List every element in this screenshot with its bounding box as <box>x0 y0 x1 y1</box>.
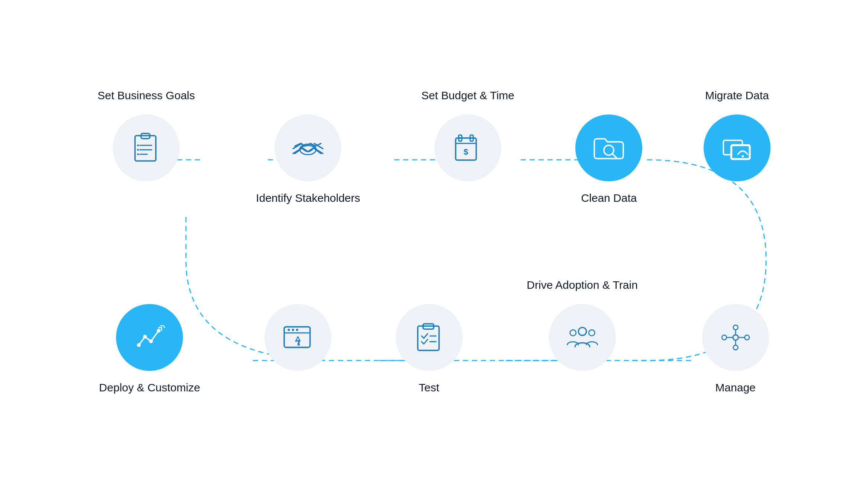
label-test: Test <box>419 381 439 396</box>
handshake-icon <box>291 131 325 165</box>
step-clean-data: Clean Data <box>575 89 642 207</box>
circle-set-business-goals <box>113 114 180 181</box>
label-set-business-goals: Set Business Goals <box>97 89 195 104</box>
svg-point-47 <box>733 325 738 330</box>
svg-line-25 <box>613 153 617 158</box>
step-set-budget-time: Set Budget & Time $ <box>421 89 514 181</box>
svg-point-31 <box>143 335 147 339</box>
step-set-business-goals: Set Business Goals <box>97 89 195 181</box>
network-icon <box>719 321 752 354</box>
svg-point-30 <box>137 343 141 347</box>
svg-point-53 <box>745 335 749 340</box>
step-test: Test <box>396 279 463 396</box>
circle-deploy-analytics <box>116 304 183 371</box>
svg-point-38 <box>296 329 298 331</box>
circle-clean-data <box>575 114 642 181</box>
budget-icon: $ <box>451 131 485 165</box>
svg-point-32 <box>149 339 153 343</box>
circle-browser <box>264 304 331 371</box>
analytics-icon <box>133 321 166 354</box>
label-clean-data: Clean Data <box>581 192 637 207</box>
checklist-icon <box>412 321 446 354</box>
svg-point-43 <box>578 327 586 336</box>
migrate-icon <box>720 131 754 165</box>
label-identify-stakeholders: Identify Stakeholders <box>256 192 360 207</box>
svg-point-33 <box>157 329 161 332</box>
svg-point-44 <box>570 330 576 336</box>
step-identify-stakeholders: Identify Stakeholders <box>256 89 360 207</box>
svg-point-29 <box>742 155 744 157</box>
svg-point-37 <box>292 329 294 331</box>
clipboard-icon <box>129 131 163 165</box>
circle-set-budget-time: $ <box>434 114 501 181</box>
circle-identify-stakeholders <box>274 114 341 181</box>
circle-network <box>702 304 769 371</box>
browser-icon <box>281 321 315 354</box>
svg-point-13 <box>137 145 139 146</box>
circle-team <box>549 304 616 371</box>
team-icon <box>566 321 599 354</box>
folder-search-icon <box>592 131 626 165</box>
svg-point-45 <box>589 330 595 336</box>
step-manage: Manage <box>702 279 769 396</box>
svg-point-49 <box>733 345 738 350</box>
svg-point-14 <box>137 149 139 151</box>
circle-test <box>396 304 463 371</box>
label-migrate-data: Migrate Data <box>705 89 769 104</box>
label-set-budget-time: Set Budget & Time <box>421 89 514 104</box>
step-deploy-browser <box>264 279 331 371</box>
diagram-container: Set Business Goals <box>0 0 868 488</box>
label-drive-adoption: Drive Adoption & Train <box>527 279 638 294</box>
svg-point-51 <box>722 335 727 340</box>
svg-point-15 <box>137 153 139 155</box>
label-manage: Manage <box>715 381 755 396</box>
svg-point-46 <box>733 335 738 340</box>
step-migrate-data: Migrate Data <box>704 89 771 181</box>
svg-text:$: $ <box>464 147 469 156</box>
step-drive-adoption: Drive Adoption & Train <box>527 279 638 371</box>
label-deploy-customize: Deploy & Customize <box>99 381 200 396</box>
step-deploy-active: Deploy & Customize <box>99 279 200 396</box>
svg-point-36 <box>287 329 290 331</box>
circle-migrate-data <box>704 114 771 181</box>
svg-rect-8 <box>135 136 156 161</box>
